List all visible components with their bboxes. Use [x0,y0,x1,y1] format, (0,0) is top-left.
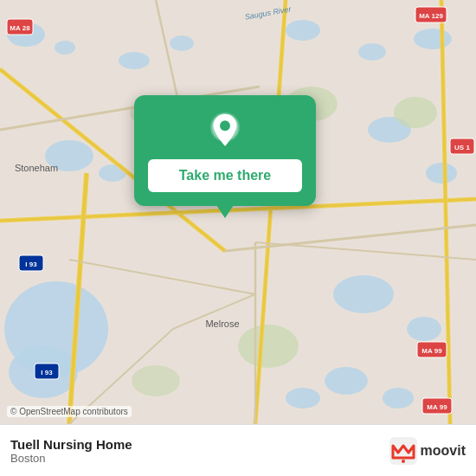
svg-point-64 [402,460,405,463]
svg-point-23 [132,365,180,396]
svg-point-17 [383,388,414,408]
svg-text:I 93: I 93 [41,369,53,376]
svg-text:MA 99: MA 99 [421,347,442,355]
svg-point-14 [333,275,394,313]
svg-point-16 [325,367,368,395]
svg-point-61 [220,120,230,131]
location-pin-icon [206,113,244,151]
moovit-logo-icon [389,437,417,465]
map-svg: MA 28 MA 129 US 1 I 93 I 93 MA 99 MA 99 … [0,0,476,424]
svg-text:MA 129: MA 129 [419,12,443,20]
svg-text:Stoneham: Stoneham [15,163,58,173]
svg-point-2 [55,41,75,55]
svg-text:US 1: US 1 [454,144,470,151]
map-attribution: © OpenStreetMap contributors [7,406,132,417]
svg-text:Melrose: Melrose [205,318,239,329]
svg-point-11 [426,163,457,183]
location-city: Boston [10,452,132,465]
svg-point-3 [119,52,150,69]
svg-point-22 [238,325,299,368]
svg-point-6 [358,43,386,61]
take-me-there-button[interactable]: Take me there [148,159,302,192]
svg-point-15 [407,317,441,341]
location-info: Tuell Nursing Home Boston [10,437,132,465]
moovit-logo: moovit [389,437,466,465]
svg-text:MA 99: MA 99 [427,403,447,411]
moovit-text: moovit [421,443,466,459]
popup-card: Take me there [134,95,316,206]
svg-point-18 [286,388,320,408]
bottom-bar: Tuell Nursing Home Boston moovit [0,424,476,476]
svg-text:MA 28: MA 28 [10,24,30,32]
location-name: Tuell Nursing Home [10,437,132,452]
map: MA 28 MA 129 US 1 I 93 I 93 MA 99 MA 99 … [0,0,476,424]
svg-point-20 [394,97,437,128]
svg-point-5 [286,20,320,41]
svg-point-4 [170,35,194,51]
svg-point-7 [414,29,452,49]
svg-text:I 93: I 93 [25,261,37,268]
